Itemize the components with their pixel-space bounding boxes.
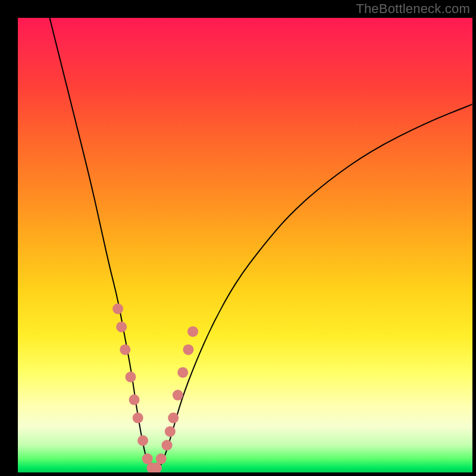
chart-stage: TheBottleneck.com: [0, 0, 476, 476]
marker-point: [156, 453, 167, 464]
marker-point: [165, 426, 176, 437]
plot-area: [18, 18, 472, 472]
marker-point: [133, 412, 143, 423]
watermark-text: TheBottleneck.com: [356, 1, 470, 17]
marker-point: [183, 345, 194, 355]
marker-point: [177, 367, 188, 378]
marker-point: [168, 412, 178, 423]
curve-layer: [18, 18, 472, 472]
marker-point: [129, 394, 140, 405]
marker-point: [120, 345, 130, 355]
marker-point: [137, 436, 148, 446]
marker-point: [112, 303, 123, 314]
marker-point: [162, 440, 173, 450]
marker-point: [126, 372, 136, 383]
marker-point: [173, 390, 183, 400]
marker-point: [116, 322, 127, 333]
marker-point: [187, 326, 198, 337]
marker-point: [142, 453, 153, 464]
bottleneck-curve: [50, 18, 473, 471]
